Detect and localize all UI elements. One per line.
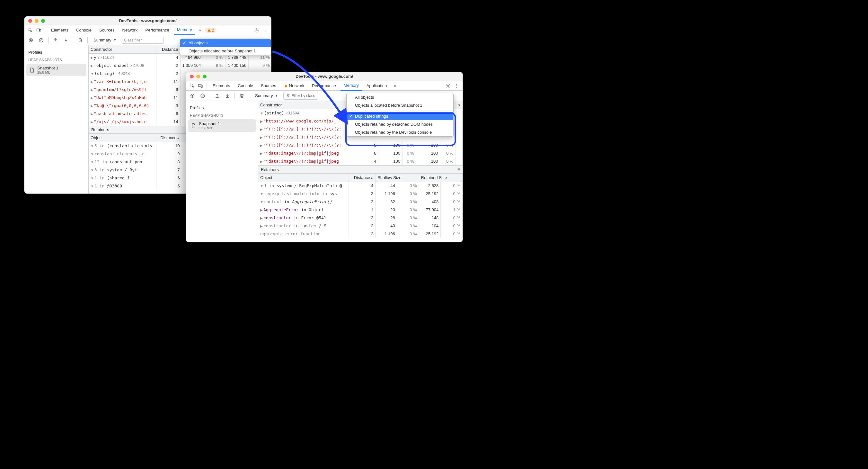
tab-sources[interactable]: Sources xyxy=(96,25,118,35)
zoom-icon[interactable] xyxy=(203,75,207,79)
trash-icon[interactable] xyxy=(238,92,246,100)
clear-icon[interactable] xyxy=(199,92,207,100)
table-row[interactable]: ▶constructor in Error @5413280 %1480 % xyxy=(258,214,463,222)
download-icon[interactable] xyxy=(224,92,231,100)
close-icon[interactable] xyxy=(28,19,32,23)
filter-by-class-button[interactable]: Filter by class xyxy=(283,92,318,100)
dropdown-item[interactable]: Duplicated strings xyxy=(347,112,453,120)
kebab-icon[interactable]: ⋮ xyxy=(453,82,460,89)
table-row[interactable]: ▼1 in system / RegExpMatchInfo @4440 %2 … xyxy=(258,182,463,190)
table-row[interactable]: ▶"^data:image\\/(?:bmp|gif|jpeg41000 %10… xyxy=(258,157,463,165)
col-object[interactable]: Object xyxy=(258,174,348,182)
menu-icon[interactable]: ≡ xyxy=(458,167,460,172)
svg-rect-10 xyxy=(201,85,203,87)
table-row[interactable]: ▶"^(?:([^:/?#.]+):)?(?:\\/\\/(?:51000 %1… xyxy=(258,141,463,149)
tab-performance[interactable]: Performance xyxy=(309,81,339,91)
snapshot-item[interactable]: Snapshot 1 11.7 MB xyxy=(188,119,256,132)
col-distance[interactable]: Distance▲ xyxy=(348,174,375,182)
heap-snapshots-label: HEAP SNAPSHOTS xyxy=(24,57,88,63)
tab-memory[interactable]: Memory xyxy=(341,81,362,91)
snapshot-item[interactable]: Snapshot 1 15.8 MB xyxy=(26,64,86,76)
zoom-icon[interactable] xyxy=(41,19,45,23)
svg-line-7 xyxy=(40,39,42,41)
upload-icon[interactable] xyxy=(52,36,59,44)
sidebar: Profiles HEAP SNAPSHOTS Snapshot 1 11.7 … xyxy=(186,101,258,242)
col-object[interactable]: Object xyxy=(89,134,156,142)
table-row[interactable]: ▶(object shape) ×2700821 359 1049 %1 400… xyxy=(89,61,272,69)
download-icon[interactable] xyxy=(62,36,70,44)
tab-network[interactable]: Network xyxy=(119,25,141,35)
caret-down-icon: ▼ xyxy=(275,94,278,97)
separator xyxy=(235,93,235,99)
dropdown-item[interactable]: Objects retained by the DevTools console xyxy=(347,128,453,136)
table-row[interactable]: ▼regexp_last_match_info in sys31 1960 %2… xyxy=(258,190,463,198)
profiles-heading: Profiles xyxy=(24,48,88,57)
dropdown-item[interactable]: All objects xyxy=(347,93,453,101)
device-icon[interactable] xyxy=(35,27,42,34)
gear-icon[interactable] xyxy=(253,27,260,34)
svg-point-11 xyxy=(447,85,449,86)
tab-console[interactable]: Console xyxy=(73,25,95,35)
record-icon[interactable] xyxy=(189,92,196,100)
tab-elements[interactable]: Elements xyxy=(48,25,72,35)
view-label: Summary xyxy=(255,93,273,98)
tab-elements[interactable]: Elements xyxy=(210,81,233,91)
warning-icon xyxy=(284,84,288,88)
dropdown-item[interactable]: Objects retained by detached DOM nodes xyxy=(347,120,453,128)
col-constructor[interactable]: Constructor xyxy=(258,101,351,109)
view-select[interactable]: Summary ▼ xyxy=(252,92,281,100)
dropdown-item[interactable]: Objects allocated before Snapshot 1 xyxy=(180,47,271,55)
tab-application[interactable]: Application xyxy=(363,81,390,91)
device-icon[interactable] xyxy=(197,82,204,89)
class-filter-input[interactable] xyxy=(122,37,163,44)
col-retained[interactable]: Retained Size xyxy=(419,174,462,182)
inspect-icon[interactable] xyxy=(189,82,196,89)
heap-snapshots-label: HEAP SNAPSHOTS xyxy=(186,112,258,119)
object-filter-dropdown[interactable]: All objects Objects allocated before Sna… xyxy=(180,38,271,55)
window-controls xyxy=(186,75,207,79)
retainers-header: Retainers ≡ xyxy=(258,165,463,174)
svg-rect-2 xyxy=(39,29,41,32)
more-tabs-icon[interactable]: » xyxy=(391,82,398,89)
more-tabs-icon[interactable]: » xyxy=(196,27,204,34)
snapshot-name: Snapshot 1 xyxy=(37,65,59,70)
col-shallow[interactable]: Shallow Size xyxy=(375,174,419,182)
table-row[interactable]: ▼context in AggregateError()2320 %4080 % xyxy=(258,198,463,206)
table-row[interactable]: ▶"^data:image\\/(?:bmp|gif|jpeg61000 %10… xyxy=(258,149,463,157)
record-icon[interactable] xyxy=(27,36,35,44)
caret-down-icon[interactable]: ▼ xyxy=(458,104,461,107)
minimize-icon[interactable] xyxy=(196,75,200,79)
tab-console[interactable]: Console xyxy=(235,81,256,91)
col-constructor[interactable]: Constructor xyxy=(89,45,156,53)
close-icon[interactable] xyxy=(190,75,194,79)
dropdown-item[interactable]: All objects xyxy=(180,39,271,47)
tab-memory[interactable]: Memory xyxy=(174,25,195,35)
sidebar: Profiles HEAP SNAPSHOTS Snapshot 1 15.8 … xyxy=(24,45,89,194)
snapshot-size: 15.8 MB xyxy=(37,70,59,74)
col-distance[interactable]: Distance▲ xyxy=(156,134,182,142)
table-row[interactable]: ▶constructor in system / M3400 %1040 % xyxy=(258,222,463,230)
trash-icon[interactable] xyxy=(76,36,84,44)
table-row[interactable]: ▶AggregateError in Object1200 %77 9041 % xyxy=(258,206,463,214)
object-filter-dropdown[interactable]: All objects Objects allocated before Sna… xyxy=(346,93,454,137)
caret-down-icon: ▼ xyxy=(114,38,117,42)
col-distance[interactable]: Distance xyxy=(156,45,180,53)
warning-badge[interactable]: 2 xyxy=(205,28,217,33)
tab-sources[interactable]: Sources xyxy=(258,81,279,91)
table-row[interactable]: aggregate_error_function31 1960 %25 1920… xyxy=(258,230,463,238)
minimize-icon[interactable] xyxy=(35,19,38,23)
window-title: DevTools - www.google.com/ xyxy=(186,74,463,79)
filter-icon xyxy=(286,94,290,98)
inspect-icon[interactable] xyxy=(27,27,34,34)
tab-network[interactable]: Network xyxy=(281,81,308,91)
snapshot-name: Snapshot 1 xyxy=(199,121,220,126)
upload-icon[interactable] xyxy=(213,92,221,100)
dropdown-item[interactable]: Objects allocated before Snapshot 1 xyxy=(347,101,453,109)
snapshot-size: 11.7 MB xyxy=(199,126,220,130)
view-select[interactable]: Summary ▼ xyxy=(91,36,119,44)
tab-performance[interactable]: Performance xyxy=(142,25,172,35)
file-icon xyxy=(190,123,196,128)
clear-icon[interactable] xyxy=(37,36,45,44)
gear-icon[interactable] xyxy=(444,82,452,89)
kebab-icon[interactable]: ⋮ xyxy=(261,27,269,34)
